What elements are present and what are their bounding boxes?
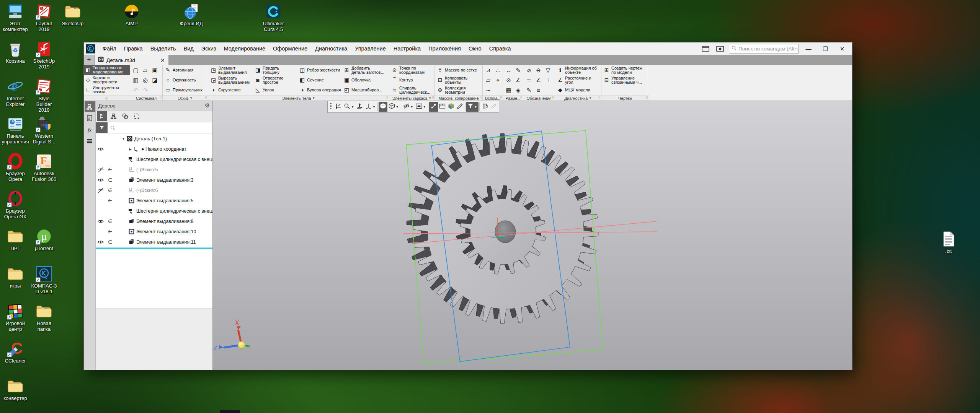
- tree-view-sequence-icon[interactable]: [108, 111, 119, 121]
- close-button[interactable]: ✕: [835, 44, 849, 54]
- menu-item-оформление[interactable]: Оформление: [269, 43, 311, 55]
- ribbon-button-section[interactable]: ◧Сечение: [298, 75, 342, 85]
- desktop-icon-kompas[interactable]: КОМПАС-3D v18.1: [30, 265, 58, 294]
- desktop-icon-computer[interactable]: Этот компьютер: [2, 3, 29, 32]
- ribbon-button-draft[interactable]: ◺Уклон: [253, 85, 298, 95]
- ribbon-button-preview[interactable]: ◎: [140, 75, 150, 85]
- tree-filter-button[interactable]: [96, 122, 108, 133]
- desktop-icon-txt[interactable]: .txt: [935, 231, 962, 254]
- desktop-icon-folder-doc[interactable]: конвертер: [2, 378, 29, 401]
- view-tool-style-tool[interactable]: [456, 102, 464, 112]
- ribbon-button-add-part[interactable]: ⊞Добавить деталь-заготов...: [342, 65, 387, 75]
- desktop-icon-sketchup[interactable]: SketchUp 2019: [30, 41, 58, 70]
- tree-row[interactable]: ∈Элемент выдавливания:5: [96, 195, 212, 206]
- tree-row[interactable]: ∈Элемент выдавливания:8: [96, 216, 212, 226]
- ribbon-mode-item[interactable]: ◇Каркас и поверхности: [84, 75, 130, 85]
- ribbon-button-mass[interactable]: ◆МЦХ модели: [556, 85, 600, 95]
- tree-row[interactable]: ∈(-)Эскиз:6: [96, 185, 212, 195]
- visibility-eye-off-icon[interactable]: [96, 188, 105, 193]
- view-tool-coordinate-systems[interactable]: ▼: [364, 102, 377, 112]
- view-tool-create-sketch[interactable]: [334, 102, 343, 112]
- ribbon-button-points[interactable]: ∴: [493, 65, 503, 75]
- interface-settings-icon[interactable]: [714, 45, 726, 53]
- desktop-icon-cura[interactable]: Ultimaker Cura 4.5: [260, 3, 287, 32]
- desktop-icon-folder-games[interactable]: игры: [2, 265, 29, 289]
- ribbon-button-nt-bolt[interactable]: ⊖: [534, 65, 543, 75]
- ribbon-button-extrude[interactable]: ◳Элемент выдавливания: [209, 65, 253, 75]
- ribbon-mode-active[interactable]: ◧Твердотельное моделирование: [84, 65, 130, 75]
- tree-view-structure-icon[interactable]: 1: [97, 111, 107, 121]
- ribbon-button-shell[interactable]: ▣Оболочка: [342, 75, 387, 85]
- tree-caret-icon[interactable]: ▼: [121, 137, 126, 141]
- view-tool-zoom-tool[interactable]: ▼: [343, 102, 355, 112]
- ribbon-button-print[interactable]: ▥: [131, 75, 140, 85]
- ribbon-button-info[interactable]: ℹИнформация об объекте: [556, 65, 600, 75]
- taskbar-peek[interactable]: [220, 410, 240, 413]
- menu-item-моделирование[interactable]: Моделирование: [220, 43, 270, 55]
- ribbon-button-nt-cyl[interactable]: ⌀: [524, 65, 534, 75]
- tab-close-icon[interactable]: ✕: [160, 57, 165, 63]
- ribbon-button-dim-leaf[interactable]: ◈: [513, 85, 523, 95]
- view-tool-filters[interactable]: ▼: [466, 102, 479, 112]
- menu-item-выделить[interactable]: Выделить: [147, 43, 180, 55]
- ribbon-group-label-sketch[interactable]: Эскиз▼⠿: [163, 95, 208, 101]
- ribbon-mode-item[interactable]: ∟Инструменты эскиза: [84, 85, 130, 95]
- menu-item-вид[interactable]: Вид: [180, 43, 198, 55]
- tree-caret-icon[interactable]: ▶: [128, 147, 133, 151]
- visibility-eye-icon[interactable]: [96, 178, 105, 182]
- tree-row[interactable]: Шестерня цилиндрическая с внешн: [96, 154, 212, 164]
- ribbon-button-circle[interactable]: ○Окружность: [163, 75, 207, 85]
- ribbon-group-label-frame[interactable]: Элементы каркаса▼⠿: [389, 95, 434, 101]
- view-tool-snaps[interactable]: [429, 102, 438, 112]
- tree-relations-icon[interactable]: [120, 111, 130, 121]
- viewport[interactable]: XZ ▼▼▼▼▼▼: [213, 101, 852, 370]
- menu-item-правка[interactable]: Правка: [120, 43, 147, 55]
- tree-search-box[interactable]: [108, 122, 212, 133]
- ribbon-button-collection[interactable]: ⊕Коллекция геометрии: [436, 85, 482, 95]
- sidebar-parameters-icon[interactable]: [85, 113, 95, 123]
- tree-search-input[interactable]: [117, 125, 210, 131]
- ribbon-button-lcs[interactable]: ⌖: [493, 75, 503, 85]
- command-search-input[interactable]: Поиск по командам (Alt+/): [729, 44, 799, 54]
- maximize-button[interactable]: ❒: [818, 44, 832, 54]
- view-tool-assembly-tools[interactable]: [480, 102, 489, 112]
- ribbon-button-contour[interactable]: ⌒Контур: [390, 75, 434, 85]
- desktop-icon-layout[interactable]: ALayOut 2019: [30, 3, 58, 32]
- ribbon-button-spline[interactable]: ∼: [483, 85, 493, 95]
- desktop-icon-ccleaner[interactable]: CCCleaner: [2, 340, 29, 364]
- sidebar-variables-fx-icon[interactable]: fx: [85, 124, 95, 135]
- visibility-eye-icon[interactable]: [96, 219, 105, 224]
- menu-item-окно[interactable]: Окно: [465, 43, 485, 55]
- ribbon-button-dist[interactable]: ∠Расстояние и угол: [556, 75, 600, 85]
- ribbon-button-doc-new[interactable]: ▢: [131, 65, 140, 75]
- view-tool-shaded-display[interactable]: [379, 102, 387, 112]
- desktop-icon-utorrent[interactable]: μμTorrent: [30, 228, 58, 251]
- view-tool-appearance[interactable]: [447, 102, 456, 112]
- ribbon-button-nt-cone[interactable]: ≡: [534, 85, 543, 95]
- document-tab[interactable]: Деталь.m3d ✕: [95, 55, 168, 65]
- menu-item-управление[interactable]: Управление: [351, 43, 390, 55]
- ribbon-button-axis[interactable]: ⊿: [483, 65, 493, 75]
- ribbon-button-autoline[interactable]: ✎Автолиния: [163, 65, 207, 75]
- ribbon-button-cut[interactable]: ◲Вырезать выдавливанием: [209, 75, 253, 85]
- minimize-button[interactable]: —: [802, 44, 815, 54]
- ribbon-button-dim-rad[interactable]: ⊘: [504, 75, 513, 85]
- desktop-icon-freshgid[interactable]: ФрешГИД: [178, 3, 205, 26]
- tree-row[interactable]: ∈Элемент выдавливания:3: [96, 175, 212, 185]
- ribbon-group-label-draw[interactable]: Чертеж⠿: [601, 95, 649, 101]
- tree-row[interactable]: ∈(-)Эскиз:5: [96, 164, 212, 175]
- tree-row[interactable]: ▼Деталь (Тел-1): [96, 133, 212, 144]
- visibility-eye-icon[interactable]: [96, 147, 105, 151]
- ribbon-button-save[interactable]: ▣: [150, 65, 160, 75]
- desktop-icon-stylebuilder[interactable]: Style Builder 2019: [30, 78, 58, 113]
- desktop-icon-fusion[interactable]: F360Autodesk Fusion 360: [30, 153, 58, 182]
- desktop-icon-operagx[interactable]: Браузер Opera GX: [2, 190, 29, 220]
- tree-row[interactable]: Шестерня цилиндрическая с внешн: [96, 206, 212, 216]
- view-tool-show-in-component[interactable]: ▼: [415, 102, 427, 112]
- view-tool-display-mode[interactable]: ▼: [387, 102, 400, 112]
- view-tool-hide-objects[interactable]: ▼: [402, 102, 415, 112]
- view-tool-toolbar-grip[interactable]: [328, 102, 334, 112]
- ribbon-button-thicken[interactable]: ◨Придать толщину: [253, 65, 298, 75]
- ribbon-button-rect[interactable]: ▭Прямоугольник: [163, 85, 207, 95]
- ribbon-button-dim-lin[interactable]: ↔: [504, 65, 513, 75]
